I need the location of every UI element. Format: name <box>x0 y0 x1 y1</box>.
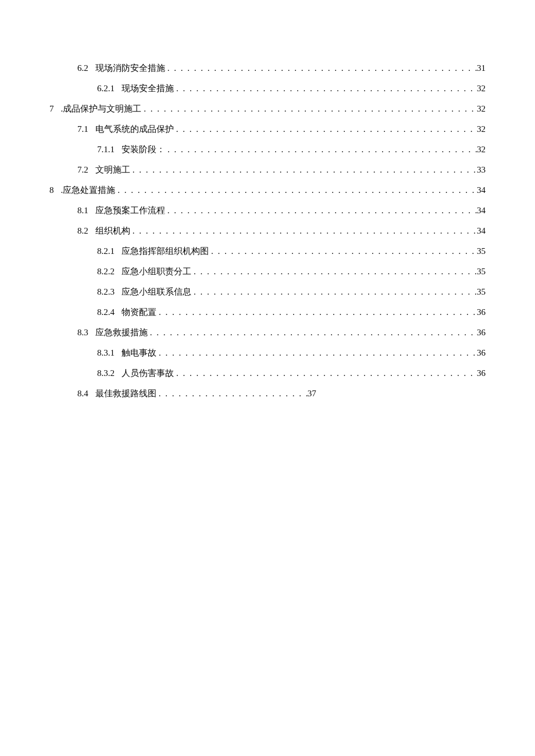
toc-entry: 7.1电气系统的成品保护. . . . . . . . . . . . . . … <box>49 122 486 136</box>
toc-title: 物资配置 <box>122 305 156 319</box>
toc-title: 应急小组职责分工 <box>122 264 191 278</box>
toc-number: 7.1 <box>77 122 88 136</box>
toc-number: 8.2.4 <box>97 305 115 319</box>
toc-leader-dots: . . . . . . . . . . . . . . . . . . . . … <box>156 305 477 319</box>
toc-title: 应急预案工作流程 <box>95 203 165 217</box>
toc-number: 7.2 <box>77 163 88 177</box>
toc-number: 8.2 <box>77 224 88 238</box>
toc-number: 7.1.1 <box>97 142 115 156</box>
toc-title: 应急指挥部组织机构图 <box>122 244 209 258</box>
toc-title: 触电事故 <box>122 346 156 360</box>
toc-entry: 6.2.1现场安全措施. . . . . . . . . . . . . . .… <box>49 81 486 95</box>
toc-leader-dots: . . . . . . . . . . . . . . . . . . . . … <box>209 244 477 258</box>
toc-page-number: 34 <box>477 203 486 217</box>
toc-page-number: 33 <box>477 163 486 177</box>
toc-entry: 8.3应急救援措施. . . . . . . . . . . . . . . .… <box>49 325 486 339</box>
toc-title: 电气系统的成品保护 <box>95 122 174 136</box>
toc-number: 8.3.2 <box>97 366 115 380</box>
toc-title: 文明施工 <box>95 163 130 177</box>
toc-page-number: 36 <box>477 325 486 339</box>
toc-leader-dots: . . . . . . . . . . . . . . . . . . . . … <box>165 203 477 217</box>
toc-page-number: 36 <box>477 305 486 319</box>
toc-page-number: 35 <box>477 285 486 299</box>
toc-title: .应急处置措施 <box>61 183 116 197</box>
toc-page-number: 37 <box>308 386 316 400</box>
toc-leader-dots: . . . . . . . . . . . . . . . . . . . . … <box>174 122 477 136</box>
toc-page-number: 34 <box>477 224 486 238</box>
toc-entry: 8.2.2应急小组职责分工. . . . . . . . . . . . . .… <box>49 264 486 278</box>
toc-entry: 8.4最佳救援路线图. . . . . . . . . . . . . . . … <box>49 386 486 400</box>
toc-title: .成品保护与文明施工 <box>61 102 142 116</box>
toc-entry: 8.2.4物资配置. . . . . . . . . . . . . . . .… <box>49 305 486 319</box>
toc-number: 6.2.1 <box>97 81 115 95</box>
toc-page-number: 36 <box>477 366 486 380</box>
toc-entry: 6.2现场消防安全措施. . . . . . . . . . . . . . .… <box>49 61 486 75</box>
toc-page-number: 32 <box>477 81 486 95</box>
toc-entry: 8.应急处置措施. . . . . . . . . . . . . . . . … <box>49 183 486 197</box>
toc-number: 8.1 <box>77 203 88 217</box>
toc-leader-dots: . . . . . . . . . . . . . . . . . . . . … <box>156 386 308 400</box>
toc-entry: 8.2.3应急小组联系信息. . . . . . . . . . . . . .… <box>49 285 486 299</box>
toc-number: 6.2 <box>77 61 88 75</box>
toc-number: 8.4 <box>77 386 88 400</box>
toc-leader-dots: . . . . . . . . . . . . . . . . . . . . … <box>130 224 477 238</box>
toc-number: 8.2.3 <box>97 285 115 299</box>
toc-title: 现场消防安全措施 <box>95 61 165 75</box>
toc-page-number: 34 <box>477 183 486 197</box>
toc-entry: 8.2.1应急指挥部组织机构图. . . . . . . . . . . . .… <box>49 244 486 258</box>
toc-entry: 7.成品保护与文明施工. . . . . . . . . . . . . . .… <box>49 102 486 116</box>
toc-entry: 7.2文明施工. . . . . . . . . . . . . . . . .… <box>49 163 486 177</box>
toc-number: 8.2.1 <box>97 244 115 258</box>
toc-leader-dots: . . . . . . . . . . . . . . . . . . . . … <box>165 61 477 75</box>
toc-entry: 8.3.1触电事故. . . . . . . . . . . . . . . .… <box>49 346 486 360</box>
toc-page-number: 36 <box>477 346 486 360</box>
toc-leader-dots: . . . . . . . . . . . . . . . . . . . . … <box>191 264 477 278</box>
toc-title: 最佳救援路线图 <box>95 386 156 400</box>
table-of-contents: 6.2现场消防安全措施. . . . . . . . . . . . . . .… <box>49 61 486 400</box>
toc-leader-dots: . . . . . . . . . . . . . . . . . . . . … <box>165 142 477 156</box>
toc-number: 8 <box>49 183 54 197</box>
toc-page-number: 32 <box>477 122 486 136</box>
toc-title: 现场安全措施 <box>122 81 174 95</box>
toc-page-number: 32 <box>477 142 486 156</box>
toc-title: 应急小组联系信息 <box>122 285 191 299</box>
toc-number: 8.3 <box>77 325 88 339</box>
toc-number: 7 <box>49 102 54 116</box>
toc-page-number: 31 <box>477 61 486 75</box>
toc-page-number: 35 <box>477 264 486 278</box>
toc-leader-dots: . . . . . . . . . . . . . . . . . . . . … <box>174 366 477 380</box>
toc-leader-dots: . . . . . . . . . . . . . . . . . . . . … <box>130 163 477 177</box>
toc-title: 组织机构 <box>95 224 130 238</box>
toc-entry: 8.2组织机构. . . . . . . . . . . . . . . . .… <box>49 224 486 238</box>
toc-entry: 7.1.1安装阶段：. . . . . . . . . . . . . . . … <box>49 142 486 156</box>
toc-title: 安装阶段： <box>122 142 165 156</box>
toc-page-number: 35 <box>477 244 486 258</box>
toc-leader-dots: . . . . . . . . . . . . . . . . . . . . … <box>115 183 477 197</box>
toc-page-number: 32 <box>477 102 486 116</box>
toc-leader-dots: . . . . . . . . . . . . . . . . . . . . … <box>156 346 477 360</box>
toc-title: 人员伤害事故 <box>122 366 174 380</box>
toc-leader-dots: . . . . . . . . . . . . . . . . . . . . … <box>141 102 477 116</box>
toc-leader-dots: . . . . . . . . . . . . . . . . . . . . … <box>148 325 477 339</box>
toc-entry: 8.1应急预案工作流程. . . . . . . . . . . . . . .… <box>49 203 486 217</box>
toc-leader-dots: . . . . . . . . . . . . . . . . . . . . … <box>191 285 477 299</box>
toc-number: 8.2.2 <box>97 264 115 278</box>
toc-entry: 8.3.2人员伤害事故. . . . . . . . . . . . . . .… <box>49 366 486 380</box>
toc-leader-dots: . . . . . . . . . . . . . . . . . . . . … <box>174 81 477 95</box>
toc-title: 应急救援措施 <box>95 325 148 339</box>
toc-number: 8.3.1 <box>97 346 115 360</box>
